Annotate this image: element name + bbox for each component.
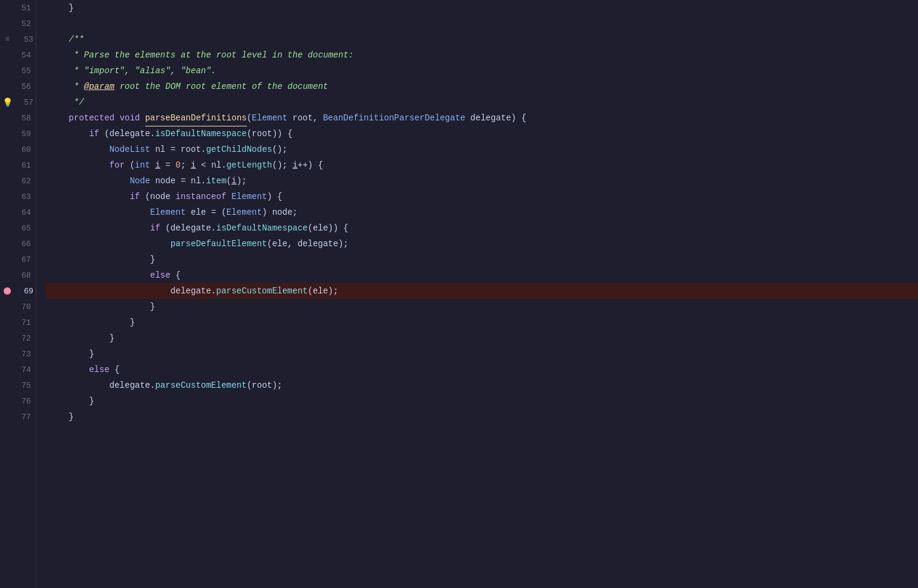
code-line-54: * Parse the elements at the root level i… bbox=[46, 47, 918, 63]
line-number-row: 70 bbox=[0, 299, 36, 315]
line-number-row: 58 bbox=[0, 110, 36, 126]
code-line-55: * "import", "alias", "bean". bbox=[46, 63, 918, 79]
line-number-row-breakpoint: 69 bbox=[0, 283, 36, 299]
code-line-59: if (delegate.isDefaultNamespace(root)) { bbox=[46, 126, 918, 142]
code-line-51: } bbox=[46, 0, 918, 16]
line-number-row: 60 bbox=[0, 142, 36, 157]
line-number-row: 63 bbox=[0, 189, 36, 204]
breakpoint-icon[interactable] bbox=[2, 286, 12, 296]
line-number-row: 64 bbox=[0, 204, 36, 220]
code-line-76: } bbox=[46, 393, 918, 409]
line-number-row: 52 bbox=[0, 16, 36, 31]
code-line-67: } bbox=[46, 252, 918, 267]
line-number-row: 66 bbox=[0, 236, 36, 252]
line-number-row: 54 bbox=[0, 47, 36, 63]
line-number-row: 77 bbox=[0, 409, 36, 425]
code-line-53: /** bbox=[46, 31, 918, 47]
line-number-row: 51 bbox=[0, 0, 36, 16]
line-number-row: 65 bbox=[0, 220, 36, 236]
code-line-74: else { bbox=[46, 362, 918, 377]
line-number-row: 76 bbox=[0, 393, 36, 409]
code-line-75: delegate.parseCustomElement(root); bbox=[46, 377, 918, 393]
code-line-70: } bbox=[46, 299, 918, 315]
line-number-row: ≡ 53 bbox=[0, 31, 36, 47]
code-line-63: if (node instanceof Element) { bbox=[46, 189, 918, 204]
code-line-68: else { bbox=[46, 267, 918, 283]
line-number-row: 59 bbox=[0, 126, 36, 142]
code-line-64: Element ele = (Element) node; bbox=[46, 204, 918, 220]
line-numbers-gutter: 51 52 ≡ 53 54 55 56 💡 57 58 bbox=[0, 0, 36, 588]
code-line-61: for (int i = 0; i < nl.getLength(); i++)… bbox=[46, 157, 918, 173]
align-icon: ≡ bbox=[2, 34, 12, 44]
line-number-row: 56 bbox=[0, 79, 36, 94]
line-number-row: 73 bbox=[0, 346, 36, 362]
code-line-57: */ bbox=[46, 94, 918, 110]
lightbulb-icon[interactable]: 💡 bbox=[2, 97, 12, 107]
line-number-row: 67 bbox=[0, 252, 36, 267]
code-content[interactable]: } /** * Parse the elements at the root l… bbox=[36, 0, 918, 588]
line-number-row: 71 bbox=[0, 315, 36, 330]
code-line-65: if (delegate.isDefaultNamespace(ele)) { bbox=[46, 220, 918, 236]
code-line-73: } bbox=[46, 346, 918, 362]
code-line-52 bbox=[46, 16, 918, 31]
code-line-69-breakpoint: delegate.parseCustomElement(ele); bbox=[46, 283, 918, 299]
code-line-72: } bbox=[46, 330, 918, 346]
line-number-row: 55 bbox=[0, 63, 36, 79]
code-line-58: protected void parseBeanDefinitions(Elem… bbox=[46, 110, 918, 126]
code-line-60: NodeList nl = root.getChildNodes(); bbox=[46, 142, 918, 157]
code-line-66: parseDefaultElement(ele, delegate); bbox=[46, 236, 918, 252]
line-number-row: 68 bbox=[0, 267, 36, 283]
code-editor: 51 52 ≡ 53 54 55 56 💡 57 58 bbox=[0, 0, 918, 588]
code-line-77: } bbox=[46, 409, 918, 425]
code-line-71: } bbox=[46, 315, 918, 330]
code-line-56: * @param root the DOM root element of th… bbox=[46, 79, 918, 94]
line-number-row: 61 bbox=[0, 157, 36, 173]
line-number-row: 74 bbox=[0, 362, 36, 377]
code-line-62: Node node = nl.item(i); bbox=[46, 173, 918, 189]
line-number-row: 75 bbox=[0, 377, 36, 393]
line-number-row: 72 bbox=[0, 330, 36, 346]
line-number-row: 62 bbox=[0, 173, 36, 189]
line-number-row: 💡 57 bbox=[0, 94, 36, 110]
